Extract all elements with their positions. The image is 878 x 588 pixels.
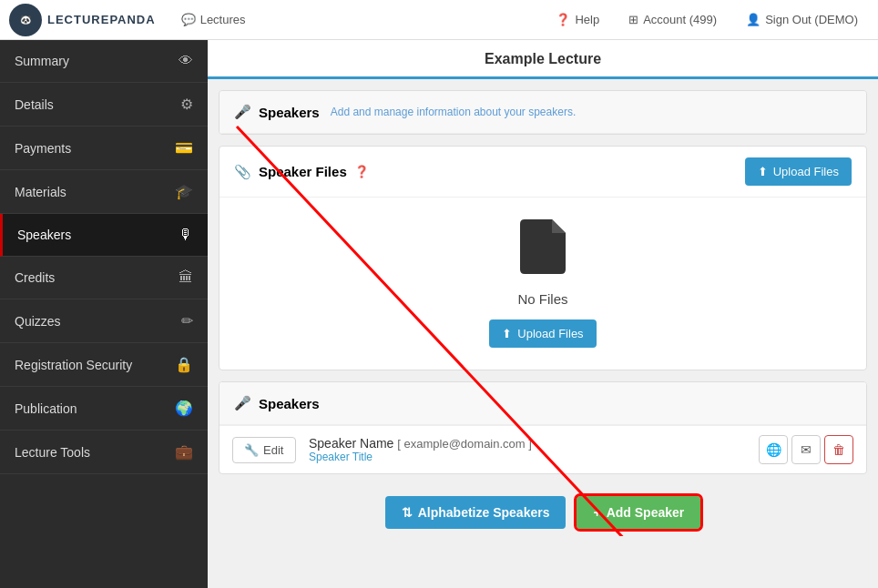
plus-icon: + [593, 505, 600, 520]
eye-icon [179, 53, 193, 69]
grid-icon: ⊞ [628, 13, 638, 26]
logo-icon: 🐼 [9, 4, 42, 36]
speakers-info-card: 🎤 Speakers Add and manage information ab… [219, 90, 867, 135]
sidebar-item-registration-security[interactable]: Registration Security [0, 343, 208, 387]
payment-icon [175, 139, 193, 157]
upload-files-button-top[interactable]: ⬆ Upload Files [745, 157, 852, 186]
lecture-title-bar: Example Lecture [208, 40, 878, 79]
speaker-info: Speaker Name [ example@domain.com ] Spea… [296, 436, 759, 463]
pencil-icon [181, 312, 193, 329]
speakers-list-card: 🎤 Speakers 🔧 Edit Speaker Name [ example… [219, 381, 867, 474]
sidebar-item-payments[interactable]: Payments [0, 127, 208, 170]
sidebar-item-publication[interactable]: Publication [0, 387, 208, 431]
sidebar-item-materials[interactable]: Materials [0, 170, 208, 214]
sidebar-item-speakers[interactable]: Speakers [0, 214, 208, 257]
briefcase-icon [175, 443, 193, 461]
no-files-area: No Files ⬆ Upload Files [220, 198, 866, 370]
speaker-name: Speaker Name [ example@domain.com ] [309, 436, 746, 451]
speaker-email: [ example@domain.com ] [397, 437, 532, 451]
speaker-actions: 🌐 ✉ 🗑 [759, 435, 853, 464]
upload-icon-center: ⬆ [502, 327, 512, 340]
header: 🐼 LecturePanda 💬 Lectures ❓ Help ⊞ Accou… [0, 0, 878, 40]
speaker-title: Speaker Title [309, 451, 746, 463]
header-nav: 💬 Lectures [170, 7, 257, 32]
main-layout: Summary Details Payments Materials Speak… [0, 40, 878, 588]
account-button[interactable]: ⊞ Account (499) [618, 7, 728, 32]
sidebar: Summary Details Payments Materials Speak… [0, 40, 208, 588]
mic-icon [179, 227, 193, 243]
globe-action-icon: 🌐 [766, 442, 781, 457]
paperclip-icon: 📎 [234, 164, 251, 180]
alphabetize-speakers-button[interactable]: ⇅ Alphabetize Speakers [385, 496, 567, 529]
upload-files-button-center[interactable]: ⬆ Upload Files [489, 319, 596, 348]
sidebar-item-credits[interactable]: Credits [0, 257, 208, 299]
help-button[interactable]: ❓ Help [545, 7, 610, 32]
upload-icon-top: ⬆ [758, 165, 768, 178]
user-icon: 👤 [746, 13, 761, 26]
sidebar-item-lecture-tools[interactable]: Lecture Tools [0, 431, 208, 474]
speakers-list-header: 🎤 Speakers [220, 382, 866, 425]
speaker-row: 🔧 Edit Speaker Name [ example@domain.com… [220, 425, 866, 473]
microphone-icon: 🎤 [234, 104, 251, 120]
header-right: ❓ Help ⊞ Account (499) 👤 Sign Out (DEMO) [545, 7, 869, 32]
speaker-files-card: 📎 Speaker Files ❓ ⬆ Upload Files [219, 146, 867, 370]
help-question-icon: ❓ [354, 165, 369, 178]
nav-lectures[interactable]: 💬 Lectures [170, 7, 257, 32]
speakers-card-header: 🎤 Speakers Add and manage information ab… [220, 91, 866, 134]
sidebar-item-summary[interactable]: Summary [0, 40, 208, 83]
microphone2-icon: 🎤 [234, 395, 251, 411]
edit-speaker-button[interactable]: 🔧 Edit [232, 437, 296, 463]
credits-icon [179, 269, 193, 286]
file-icon [241, 219, 844, 284]
sort-icon: ⇅ [402, 505, 413, 520]
cog-icon [180, 96, 193, 113]
bottom-buttons: ⇅ Alphabetize Speakers + Add Speaker [219, 485, 867, 536]
graduation-icon [175, 183, 193, 200]
speaker-files-title: 📎 Speaker Files ❓ [234, 164, 369, 180]
speaker-files-header: 📎 Speaker Files ❓ ⬆ Upload Files [220, 147, 866, 197]
sidebar-item-details[interactable]: Details [0, 83, 208, 127]
email-action-button[interactable]: ✉ [791, 435, 821, 464]
email-icon: ✉ [801, 442, 812, 457]
help-icon: ❓ [556, 13, 570, 26]
content-area: Example Lecture 🎤 Speakers Add and manag… [208, 40, 878, 588]
trash-icon: 🗑 [832, 442, 845, 457]
no-files-label: No Files [241, 291, 844, 307]
sidebar-item-quizzes[interactable]: Quizzes [0, 299, 208, 343]
delete-speaker-button[interactable]: 🗑 [824, 435, 853, 464]
comment-icon: 💬 [181, 13, 196, 26]
globe-action-button[interactable]: 🌐 [759, 435, 788, 464]
content-inner: 🎤 Speakers Add and manage information ab… [219, 90, 867, 536]
lecture-title: Example Lecture [485, 51, 601, 66]
globe-icon [175, 400, 193, 417]
logo-area: 🐼 LecturePanda [9, 4, 156, 36]
lock-icon [175, 356, 193, 373]
signout-button[interactable]: 👤 Sign Out (DEMO) [735, 7, 869, 32]
add-speaker-button[interactable]: + Add Speaker [577, 496, 700, 529]
wrench-icon: 🔧 [244, 443, 259, 457]
logo-text: LecturePanda [47, 13, 156, 26]
